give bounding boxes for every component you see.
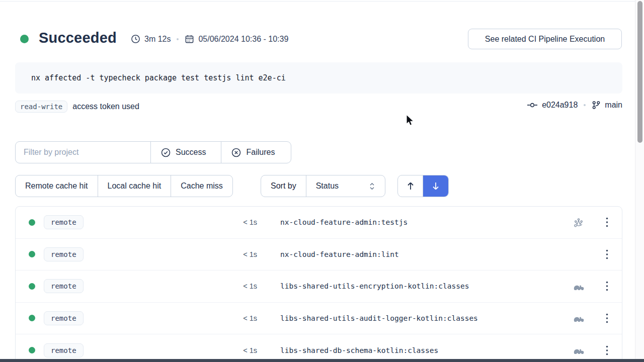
run-meta: 3m 12s 05/06/2024 10:36 - 10:39 [131,34,288,44]
sort-select-value: Status [316,182,339,191]
top-divider [0,1,644,2]
sort-descending-button[interactable] [423,175,448,197]
gradle-icon [572,346,585,354]
task-row[interactable]: remote < 1s nx-cloud-feature-admin:lint [16,239,622,271]
kebab-icon[interactable] [602,281,611,291]
task-name: libs-shared-utils-encryption-kotlin:clas… [280,282,469,290]
task-status-dot [29,315,35,321]
local-cache-hit-button[interactable]: Local cache hit [98,175,172,197]
mouse-cursor [406,114,415,127]
cache-source-badge: remote [44,343,84,357]
command-block: nx affected -t typecheck package test te… [15,62,622,94]
scrollbar-track[interactable] [635,0,644,362]
branch-icon [592,101,601,110]
task-name: libs-shared-utils-audit-logger-kotlin:cl… [280,314,478,322]
arrow-down-icon [431,181,440,191]
remote-cache-hit-button[interactable]: Remote cache hit [16,175,98,197]
task-duration: < 1s [212,282,257,290]
task-status-dot [29,219,35,226]
status-dot [20,35,29,43]
kebab-icon[interactable] [602,345,611,355]
run-datetime: 05/06/2024 10:36 - 10:39 [198,35,288,44]
page-title: Succeeded [39,30,117,46]
task-row[interactable]: remote < 1s libs-shared-utils-audit-logg… [16,303,622,335]
branch-name[interactable]: main [605,101,622,110]
failures-filter-button[interactable]: Failures [221,142,291,163]
scrollbar-thumb[interactable] [637,1,642,143]
task-row[interactable]: remote < 1s libs-shared-db-schema-kotlin… [16,334,622,362]
task-name: libs-shared-db-schema-kotlin:classes [280,346,438,354]
sort-group: Sort by Status [261,175,385,197]
task-name: nx-cloud-feature-admin:testjs [280,218,408,226]
jest-icon [572,217,585,228]
related-ci-pipeline-button[interactable]: See related CI Pipeline Execution [468,29,622,49]
cache-source-badge: remote [44,247,84,261]
vcs-meta: e024a918 main [513,101,622,110]
run-duration: 3m 12s [144,35,171,44]
commit-icon [527,102,538,109]
task-status-dot [29,251,35,257]
separator-dot [584,104,586,106]
cache-miss-label: Cache miss [181,182,223,191]
success-filter-label: Success [176,148,206,157]
check-circle-icon [160,147,171,158]
local-cache-hit-label: Local cache hit [108,182,162,191]
project-filter-group: Success Failures [15,141,291,163]
cache-source-badge: remote [44,311,84,325]
kebab-icon[interactable] [602,313,611,323]
sort-direction-group [397,175,449,197]
x-circle-icon [231,147,242,158]
commit-sha[interactable]: e024a918 [542,101,578,110]
remote-cache-hit-label: Remote cache hit [25,182,88,191]
kebab-icon[interactable] [602,217,611,227]
sort-ascending-button[interactable] [398,175,423,197]
sort-select[interactable]: Status [306,175,385,197]
task-row[interactable]: remote < 1s nx-cloud-feature-admin:testj… [16,207,622,239]
task-status-dot [29,283,35,290]
token-row: read-write access token used [15,101,139,113]
task-duration: < 1s [212,346,257,354]
project-filter-input[interactable] [16,148,150,157]
task-row[interactable]: remote < 1s libs-shared-utils-encryption… [16,270,622,303]
separator-dot [177,38,179,40]
gradle-icon [572,314,585,322]
task-duration: < 1s [212,314,257,322]
gradle-icon [572,282,585,291]
arrow-up-icon [406,181,415,191]
failures-filter-label: Failures [246,148,275,157]
calendar-icon [185,34,194,44]
kebab-icon[interactable] [602,249,611,259]
token-text: access token used [72,102,139,111]
bottom-bar [0,359,644,362]
clock-icon [131,34,140,44]
token-scope-badge: read-write [15,101,67,113]
cache-source-badge: remote [44,279,84,293]
cache-source-badge: remote [44,215,84,229]
cache-miss-button[interactable]: Cache miss [171,175,232,197]
success-filter-button[interactable]: Success [151,142,221,163]
sort-by-label: Sort by [261,175,306,197]
task-status-dot [29,347,35,353]
filter-input-wrap [16,142,151,163]
task-duration: < 1s [212,250,257,258]
chevrons-icon [369,182,375,191]
cache-filter-group: Remote cache hit Local cache hit Cache m… [15,175,233,197]
task-name: nx-cloud-feature-admin:lint [280,250,399,258]
task-list: remote < 1s nx-cloud-feature-admin:testj… [15,206,622,362]
task-duration: < 1s [212,218,257,226]
